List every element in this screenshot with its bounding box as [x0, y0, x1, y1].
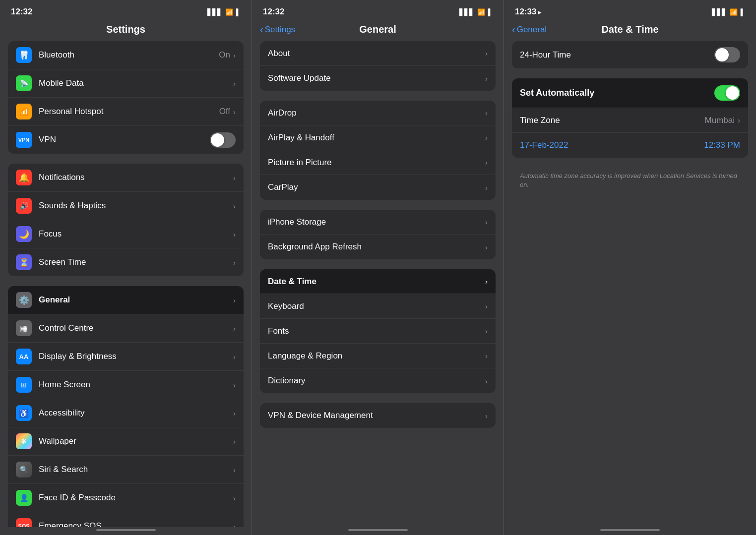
- set-automatically-toggle-thumb: [726, 86, 739, 100]
- location-icon: ▸: [538, 8, 542, 16]
- accessibility-row[interactable]: ♿ Accessibility ›: [8, 399, 244, 427]
- background-refresh-chevron: ›: [485, 243, 488, 251]
- vpn-row[interactable]: VPN VPN: [8, 126, 244, 154]
- siri-row[interactable]: 🔍 Siri & Search ›: [8, 456, 244, 484]
- timezone-row[interactable]: Time Zone Mumbai ›: [512, 108, 748, 133]
- bluetooth-row[interactable]: 🦷 Bluetooth On ›: [8, 41, 244, 69]
- back-label-2: Settings: [265, 25, 295, 35]
- vpn-toggle-thumb: [211, 133, 224, 147]
- sounds-chevron: ›: [233, 202, 236, 210]
- keyboard-chevron: ›: [485, 302, 488, 310]
- vpn-device-row[interactable]: VPN & Device Management ›: [260, 403, 496, 428]
- set-automatically-row[interactable]: Set Automatically: [512, 78, 748, 108]
- personal-hotspot-row[interactable]: 📶 Personal Hotspot Off ›: [8, 98, 244, 126]
- display-brightness-row[interactable]: AA Display & Brightness ›: [8, 343, 244, 371]
- back-to-general[interactable]: ‹ General: [512, 24, 547, 35]
- software-update-row[interactable]: Software Update ›: [260, 66, 496, 91]
- hour-time-group: 24-Hour Time: [512, 41, 748, 68]
- pip-row[interactable]: Picture in Picture ›: [260, 150, 496, 175]
- wallpaper-row[interactable]: ❋ Wallpaper ›: [8, 427, 244, 456]
- emergency-sos-row[interactable]: SOS Emergency SOS ›: [8, 512, 244, 527]
- face-id-chevron: ›: [233, 494, 236, 502]
- mobile-data-icon: 📡: [16, 75, 32, 91]
- accessibility-chevron: ›: [233, 409, 236, 417]
- date-time-row[interactable]: Date & Time ›: [260, 269, 496, 294]
- date-time-panel: 12:33 ▸ ▋▋▋ 📶 ▌ ‹ General Date & Time 24…: [504, 0, 756, 535]
- face-id-row[interactable]: 👤 Face ID & Passcode ›: [8, 484, 244, 512]
- focus-row[interactable]: 🌙 Focus ›: [8, 220, 244, 248]
- fonts-label: Fonts: [268, 326, 485, 336]
- pip-chevron: ›: [485, 158, 488, 167]
- battery-icon-3: ▌: [741, 8, 745, 16]
- settings-title: Settings: [106, 24, 145, 35]
- wallpaper-icon: ❋: [16, 433, 32, 449]
- accessibility-icon: ♿: [16, 405, 32, 421]
- datetime-group: Date & Time › Keyboard › Fonts › Languag…: [260, 269, 496, 393]
- back-to-settings[interactable]: ‹ Settings: [260, 24, 295, 35]
- date-time-chevron: ›: [485, 277, 488, 286]
- control-centre-icon: ▦: [16, 320, 32, 336]
- scroll-indicator-3: [600, 529, 660, 531]
- status-icons-2: ▋▋▋ 📶 ▌: [459, 8, 493, 16]
- 24-hour-row[interactable]: 24-Hour Time: [512, 41, 748, 68]
- notifications-row[interactable]: 🔔 Notifications ›: [8, 164, 244, 192]
- airdrop-row[interactable]: AirDrop ›: [260, 101, 496, 125]
- iphone-storage-row[interactable]: iPhone Storage ›: [260, 210, 496, 235]
- notifications-group: 🔔 Notifications › 🔊 Sounds & Haptics › 🌙…: [8, 164, 244, 276]
- airplay-row[interactable]: AirPlay & Handoff ›: [260, 125, 496, 150]
- time-1: 12:32: [11, 7, 32, 17]
- software-update-label: Software Update: [268, 73, 485, 83]
- carplay-chevron: ›: [485, 183, 488, 192]
- airdrop-group: AirDrop › AirPlay & Handoff › Picture in…: [260, 101, 496, 200]
- timezone-label: Time Zone: [520, 116, 705, 125]
- current-time: 12:33 PM: [704, 140, 740, 150]
- display-brightness-icon: AA: [16, 349, 32, 364]
- about-label: About: [268, 49, 485, 59]
- general-row[interactable]: ⚙️ General ›: [8, 286, 244, 314]
- airplay-chevron: ›: [485, 133, 488, 142]
- language-region-label: Language & Region: [268, 351, 485, 361]
- auto-timezone-note: Automatic time zone accuracy is improved…: [512, 168, 748, 195]
- iphone-storage-label: iPhone Storage: [268, 217, 485, 227]
- sounds-row[interactable]: 🔊 Sounds & Haptics ›: [8, 192, 244, 220]
- back-arrow-2: ‹: [260, 24, 263, 35]
- about-row[interactable]: About ›: [260, 41, 496, 66]
- language-region-row[interactable]: Language & Region ›: [260, 344, 496, 368]
- back-label-3: General: [517, 25, 547, 35]
- set-automatically-toggle[interactable]: [714, 85, 740, 101]
- vpn-icon: VPN: [16, 132, 32, 148]
- vpn-toggle[interactable]: [210, 132, 236, 148]
- mobile-data-row[interactable]: 📡 Mobile Data ›: [8, 69, 244, 98]
- display-brightness-chevron: ›: [233, 353, 236, 361]
- general-title: General: [359, 24, 396, 35]
- date-time-title: Date & Time: [601, 24, 658, 35]
- current-date: 17-Feb-2022: [520, 140, 568, 150]
- wifi-icon: 📶: [225, 8, 233, 16]
- airdrop-label: AirDrop: [268, 108, 485, 118]
- fonts-row[interactable]: Fonts ›: [260, 319, 496, 344]
- screen-time-label: Screen Time: [39, 257, 233, 267]
- language-region-chevron: ›: [485, 352, 488, 360]
- 24-hour-toggle[interactable]: [714, 47, 740, 62]
- dictionary-row[interactable]: Dictionary ›: [260, 368, 496, 393]
- control-centre-row[interactable]: ▦ Control Centre ›: [8, 314, 244, 343]
- dictionary-label: Dictionary: [268, 376, 485, 386]
- vpn-device-label: VPN & Device Management: [268, 411, 485, 420]
- software-update-chevron: ›: [485, 74, 488, 83]
- carplay-row[interactable]: CarPlay ›: [260, 175, 496, 200]
- background-refresh-label: Background App Refresh: [268, 242, 485, 252]
- mobile-data-chevron: ›: [233, 79, 236, 88]
- general-panel: 12:32 ▋▋▋ 📶 ▌ ‹ Settings General About ›…: [252, 0, 504, 535]
- vpn-label: VPN: [39, 135, 210, 145]
- battery-icon-2: ▌: [488, 8, 493, 16]
- control-centre-chevron: ›: [233, 324, 236, 333]
- background-refresh-row[interactable]: Background App Refresh ›: [260, 235, 496, 259]
- date-time-scroll[interactable]: 24-Hour Time Set Automatically Time Zone…: [504, 41, 756, 527]
- airdrop-chevron: ›: [485, 109, 488, 117]
- notifications-label: Notifications: [39, 173, 233, 182]
- home-screen-row[interactable]: ⊞ Home Screen ›: [8, 371, 244, 399]
- settings-scroll[interactable]: 🦷 Bluetooth On › 📡 Mobile Data › 📶 Perso…: [0, 41, 252, 527]
- screen-time-row[interactable]: ⏳ Screen Time ›: [8, 248, 244, 276]
- keyboard-row[interactable]: Keyboard ›: [260, 294, 496, 319]
- general-scroll[interactable]: About › Software Update › AirDrop › AirP…: [252, 41, 504, 527]
